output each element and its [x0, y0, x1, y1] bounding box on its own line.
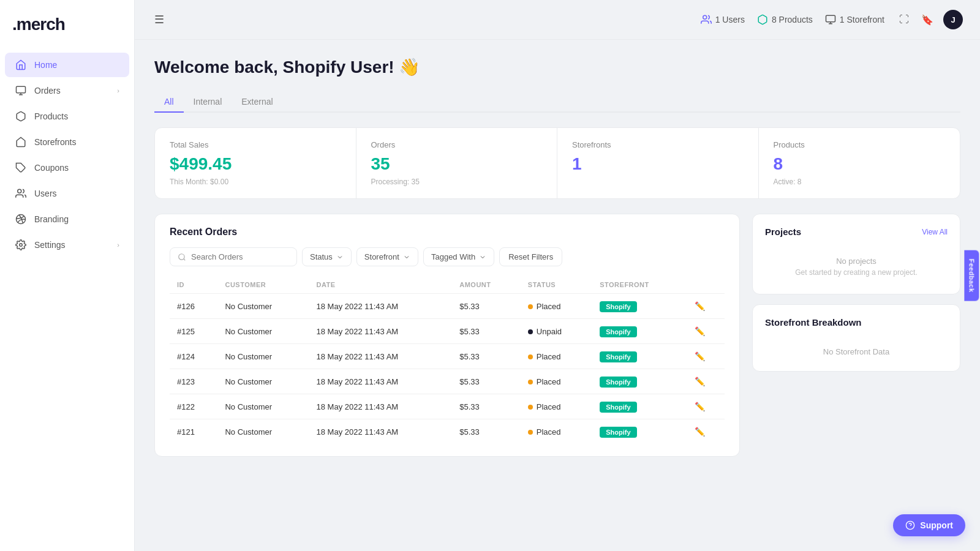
col-id: ID: [170, 276, 217, 294]
cell-customer: No Customer: [217, 344, 309, 369]
sidebar-item-products-label: Products: [34, 111, 68, 121]
edit-icon[interactable]: ✏️: [695, 301, 705, 311]
stat-products: Products 8 Active: 8: [759, 128, 960, 198]
projects-title: Projects: [765, 227, 801, 237]
products-stat-icon: [757, 14, 768, 25]
tagged-with-filter-button[interactable]: Tagged With: [423, 247, 494, 266]
products-stat-label: 8 Products: [772, 15, 813, 24]
storefront-stat: 1 Storefront: [825, 14, 884, 25]
col-actions: [687, 276, 725, 294]
col-amount: AMOUNT: [452, 276, 521, 294]
sidebar-item-storefronts[interactable]: Storefronts: [5, 130, 129, 154]
cell-status: Placed: [521, 294, 592, 319]
table-row: #125 No Customer 18 May 2022 11:43 AM $5…: [170, 319, 725, 344]
cell-status: Placed: [521, 344, 592, 369]
storefront-filter-button[interactable]: Storefront: [356, 247, 418, 266]
svg-rect-0: [17, 86, 26, 93]
branding-icon: [15, 213, 27, 225]
fullscreen-button[interactable]: ⛶: [897, 12, 911, 28]
storefront-chevron-icon: [403, 253, 410, 261]
cell-id: #122: [170, 394, 217, 419]
hamburger-button[interactable]: ☰: [152, 10, 167, 29]
sidebar-item-settings-label: Settings: [34, 240, 66, 250]
cell-amount: $5.33: [452, 394, 521, 419]
projects-empty-sub: Get started by creating a new project.: [765, 268, 948, 282]
cell-status: Placed: [521, 419, 592, 444]
svg-point-4: [18, 189, 21, 193]
topbar: ☰ 1 Users 8 Products 1 Storefront ⛶ 🔖 J: [135, 0, 980, 40]
cell-date: 18 May 2022 11:43 AM: [309, 294, 453, 319]
edit-icon[interactable]: ✏️: [695, 427, 705, 437]
projects-card: Projects View All No projects Get starte…: [752, 214, 960, 294]
edit-icon[interactable]: ✏️: [695, 402, 705, 411]
stat-products-sub: Active: 8: [774, 178, 946, 186]
cell-amount: $5.33: [452, 319, 521, 344]
sidebar-item-settings[interactable]: Settings ›: [5, 233, 129, 257]
svg-point-7: [703, 15, 706, 19]
cell-customer: No Customer: [217, 319, 309, 344]
sidebar-item-coupons[interactable]: Coupons: [5, 156, 129, 180]
settings-icon: [15, 239, 27, 251]
status-dot: [528, 430, 533, 435]
sidebar-item-branding[interactable]: Branding: [5, 207, 129, 231]
cell-status: Placed: [521, 394, 592, 419]
cell-amount: $5.33: [452, 294, 521, 319]
storefront-stat-icon: [825, 14, 836, 25]
status-dot: [528, 329, 533, 334]
svg-point-6: [20, 244, 23, 247]
cell-customer: No Customer: [217, 294, 309, 319]
orders-table: ID CUSTOMER DATE AMOUNT STATUS STOREFRON…: [170, 276, 725, 444]
cell-amount: $5.33: [452, 344, 521, 369]
cell-actions: ✏️: [687, 369, 725, 394]
sidebar-item-orders[interactable]: Orders ›: [5, 78, 129, 103]
sidebar-item-home[interactable]: Home: [5, 53, 129, 77]
col-status: STATUS: [521, 276, 592, 294]
cell-status: Placed: [521, 369, 592, 394]
feedback-tab[interactable]: Feedback: [965, 250, 979, 301]
stat-orders-value: 35: [371, 154, 543, 174]
cell-storefront: Shopify: [592, 294, 687, 319]
stat-total-sales-value: $499.45: [170, 154, 341, 174]
search-input[interactable]: [191, 252, 289, 261]
main-area: ☰ 1 Users 8 Products 1 Storefront ⛶ 🔖 J: [135, 0, 980, 551]
projects-header: Projects View All: [765, 227, 948, 237]
support-icon: [905, 520, 915, 530]
stat-orders-sub: Processing: 35: [371, 178, 543, 186]
reset-filters-button[interactable]: Reset Filters: [499, 247, 562, 266]
edit-icon[interactable]: ✏️: [695, 377, 705, 386]
col-storefront: STOREFRONT: [592, 276, 687, 294]
view-all-projects-button[interactable]: View All: [922, 228, 948, 236]
avatar[interactable]: J: [943, 10, 963, 29]
right-panel: Projects View All No projects Get starte…: [752, 214, 960, 457]
settings-chevron-icon: ›: [117, 241, 119, 249]
tab-external[interactable]: External: [232, 92, 282, 113]
products-icon: [15, 110, 27, 122]
sidebar-item-products[interactable]: Products: [5, 104, 129, 129]
orders-chevron-icon: ›: [117, 87, 119, 94]
welcome-title: Welcome back, Shopify User! 👋: [154, 57, 420, 77]
users-stat-label: 1 Users: [715, 15, 745, 24]
shopify-badge: Shopify: [600, 326, 636, 337]
storefront-stat-label: 1 Storefront: [840, 15, 884, 24]
edit-icon[interactable]: ✏️: [695, 326, 705, 336]
cell-id: #125: [170, 319, 217, 344]
stat-storefronts: Storefronts 1: [557, 128, 759, 198]
stat-products-label: Products: [774, 140, 946, 149]
table-header-row: ID CUSTOMER DATE AMOUNT STATUS STOREFRON…: [170, 276, 725, 294]
cell-date: 18 May 2022 11:43 AM: [309, 369, 453, 394]
status-filter-button[interactable]: Status: [302, 247, 352, 266]
edit-icon[interactable]: ✏️: [695, 351, 705, 361]
shopify-badge: Shopify: [600, 402, 636, 413]
tagged-chevron-icon: [479, 253, 486, 261]
storefront-breakdown-title: Storefront Breakdown: [765, 317, 862, 328]
status-chevron-icon: [336, 253, 344, 261]
tab-internal[interactable]: Internal: [184, 92, 232, 113]
stat-total-sales-label: Total Sales: [170, 140, 341, 149]
bookmark-button[interactable]: 🔖: [919, 12, 936, 28]
cell-storefront: Shopify: [592, 419, 687, 444]
search-box[interactable]: [170, 247, 297, 266]
sidebar-item-users[interactable]: Users: [5, 181, 129, 206]
support-button[interactable]: Support: [893, 514, 965, 536]
tabs: All Internal External: [154, 92, 960, 113]
tab-all[interactable]: All: [154, 92, 184, 113]
